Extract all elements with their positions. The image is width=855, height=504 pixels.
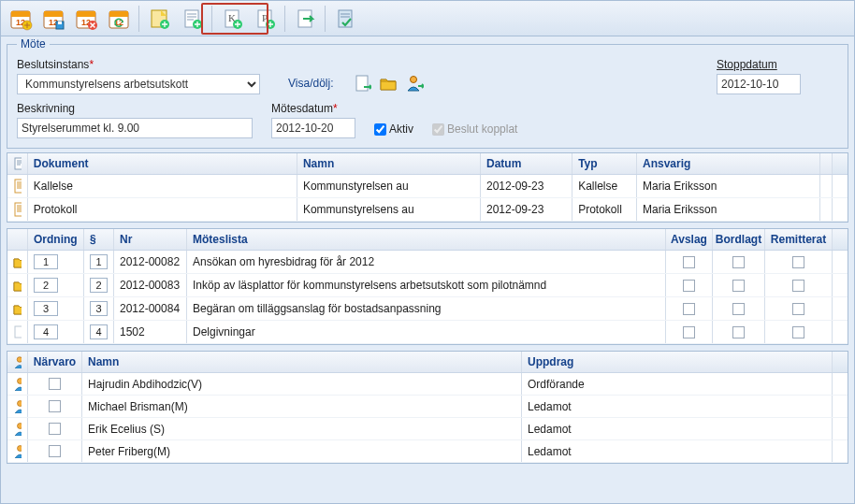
cell-ordning: 1 bbox=[28, 251, 84, 273]
svg-point-35 bbox=[18, 379, 22, 384]
svg-rect-5 bbox=[44, 11, 63, 17]
table-row[interactable]: ProtokollKommunstyrelsens au2012-09-23Pr… bbox=[7, 198, 848, 222]
beslutsinstans-select[interactable]: Kommunstyrelsens arbetsutskott bbox=[17, 74, 260, 94]
cell-remitterat[interactable] bbox=[765, 321, 833, 343]
table-row[interactable]: Michael Brisman(M)Ledamot bbox=[7, 396, 848, 418]
cell-namn: Michael Brisman(M) bbox=[82, 396, 522, 417]
calendar-new-icon[interactable]: 12 bbox=[5, 3, 36, 35]
toggle-folder-icon[interactable] bbox=[378, 73, 399, 94]
cell-datum: 2012-09-23 bbox=[481, 175, 572, 197]
app-window: 12 12 12 12 K P bbox=[0, 0, 855, 504]
doc-add-icon[interactable] bbox=[176, 3, 208, 35]
cell-namn: Hajrudin Abdihodzic(V) bbox=[82, 373, 522, 395]
svg-point-38 bbox=[18, 446, 22, 452]
svg-rect-28 bbox=[356, 76, 368, 91]
doc-check-icon[interactable] bbox=[329, 3, 361, 35]
col-namn[interactable]: Namn bbox=[297, 153, 481, 174]
col-moteslista[interactable]: Möteslista bbox=[187, 229, 666, 250]
table-row[interactable]: 332012-00084Begäran om tilläggsanslag fö… bbox=[7, 297, 848, 321]
toggle-person-icon[interactable] bbox=[404, 73, 425, 94]
cell-remitterat[interactable] bbox=[765, 274, 833, 296]
calendar-refresh-icon[interactable]: 12 bbox=[103, 3, 135, 35]
documents-header: Dokument Namn Datum Typ Ansvarig bbox=[7, 153, 848, 175]
cell-narvaro[interactable] bbox=[28, 396, 82, 417]
cell-narvaro[interactable] bbox=[28, 440, 82, 462]
col-datum[interactable]: Datum bbox=[481, 153, 572, 174]
cell-paragraph: 1 bbox=[84, 251, 114, 273]
table-row[interactable]: 112012-00082Ansökan om hyresbidrag för å… bbox=[7, 251, 848, 274]
cell-bordlagt[interactable] bbox=[713, 274, 765, 296]
table-row[interactable]: KallelseKommunstyrelsen au2012-09-23Kall… bbox=[7, 175, 848, 198]
note-add-icon[interactable] bbox=[143, 3, 175, 35]
cell-uppdrag: Ordförande bbox=[522, 373, 833, 395]
cell-avslag[interactable] bbox=[666, 251, 713, 273]
col-typ[interactable]: Typ bbox=[572, 153, 637, 174]
svg-rect-1 bbox=[11, 11, 30, 17]
cell-bordlagt[interactable] bbox=[713, 321, 765, 343]
cell-remitterat[interactable] bbox=[765, 251, 833, 273]
cell-ordning: 2 bbox=[28, 274, 84, 296]
beslut-checkbox: Beslut kopplat bbox=[432, 122, 517, 136]
order-row-icon bbox=[7, 274, 28, 296]
svg-point-37 bbox=[18, 424, 22, 429]
col-nr[interactable]: Nr bbox=[114, 229, 187, 250]
cell-narvaro[interactable] bbox=[28, 418, 82, 439]
panel-title: Möte bbox=[17, 37, 50, 50]
mote-panel: Möte Beslutsinstans* Kommunstyrelsens ar… bbox=[7, 44, 848, 149]
col-narvaro[interactable]: Närvaro bbox=[28, 352, 82, 372]
col-namn-att[interactable]: Namn bbox=[82, 352, 522, 372]
doc-p-add-icon[interactable]: P bbox=[249, 3, 281, 35]
cell-ansvarig: Maria Eriksson bbox=[637, 198, 820, 221]
table-row[interactable]: 441502Delgivningar bbox=[7, 321, 848, 344]
cell-lista: Ansökan om hyresbidrag för år 2012 bbox=[187, 251, 666, 273]
col-ordning[interactable]: Ordning bbox=[28, 229, 84, 250]
table-row[interactable]: Erik Ecelius (S)Ledamot bbox=[7, 418, 848, 440]
cell-avslag[interactable] bbox=[666, 274, 713, 296]
aktiv-checkbox[interactable]: Aktiv bbox=[374, 122, 413, 136]
attendance-header: Närvaro Namn Uppdrag bbox=[7, 352, 848, 373]
col-dokument[interactable]: Dokument bbox=[28, 153, 297, 174]
cell-lista: Inköp av läsplattor för kommunstyrelsens… bbox=[187, 274, 666, 296]
cell-lista: Delgivningar bbox=[187, 321, 666, 343]
doc-header-icon bbox=[13, 157, 22, 170]
col-ansvarig[interactable]: Ansvarig bbox=[637, 153, 820, 174]
svg-point-34 bbox=[17, 357, 22, 363]
cell-bordlagt[interactable] bbox=[713, 297, 765, 320]
cell-avslag[interactable] bbox=[666, 321, 713, 343]
order-grid: Ordning § Nr Möteslista Avslag Bordlagt … bbox=[7, 228, 848, 345]
doc-export-icon[interactable] bbox=[289, 3, 321, 35]
doc-row-icon bbox=[7, 175, 28, 197]
main-toolbar: 12 12 12 12 K P bbox=[1, 1, 854, 36]
calendar-delete-icon[interactable]: 12 bbox=[70, 3, 102, 35]
col-bordlagt[interactable]: Bordlagt bbox=[713, 229, 765, 250]
cell-uppdrag: Ledamot bbox=[522, 440, 833, 462]
visa-label: Visa/dölj: bbox=[288, 77, 333, 90]
cell-bordlagt[interactable] bbox=[713, 251, 765, 273]
table-row[interactable]: Peter Friberg(M)Ledamot bbox=[7, 440, 848, 463]
doc-k-add-icon[interactable]: K bbox=[216, 3, 248, 35]
cell-ordning: 4 bbox=[28, 321, 84, 343]
beskrivning-label: Beskrivning bbox=[17, 102, 253, 115]
cell-narvaro[interactable] bbox=[28, 373, 82, 395]
cell-nr: 2012-00083 bbox=[114, 274, 187, 296]
col-avslag[interactable]: Avslag bbox=[666, 229, 713, 250]
cell-remitterat[interactable] bbox=[765, 297, 833, 320]
cell-avslag[interactable] bbox=[666, 297, 713, 320]
col-paragraph[interactable]: § bbox=[84, 229, 114, 250]
calendar-save-icon[interactable]: 12 bbox=[37, 3, 69, 35]
beskrivning-input[interactable] bbox=[17, 118, 253, 138]
cell-dokument: Kallelse bbox=[28, 175, 297, 197]
col-uppdrag[interactable]: Uppdrag bbox=[522, 352, 833, 372]
table-row[interactable]: 222012-00083Inköp av läsplattor för komm… bbox=[7, 274, 848, 297]
person-icon bbox=[7, 418, 28, 439]
cell-nr: 2012-00084 bbox=[114, 297, 187, 320]
svg-rect-30 bbox=[15, 158, 22, 169]
cell-namn: Erik Ecelius (S) bbox=[82, 418, 522, 439]
person-icon bbox=[7, 373, 28, 395]
table-row[interactable]: Hajrudin Abdihodzic(V)Ordförande bbox=[7, 373, 848, 396]
stoppdatum-input[interactable] bbox=[717, 74, 801, 94]
toggle-doc-icon[interactable] bbox=[352, 73, 372, 94]
cell-paragraph: 2 bbox=[84, 274, 114, 296]
person-icon bbox=[7, 396, 28, 417]
col-remitterat[interactable]: Remitterat bbox=[765, 229, 833, 250]
